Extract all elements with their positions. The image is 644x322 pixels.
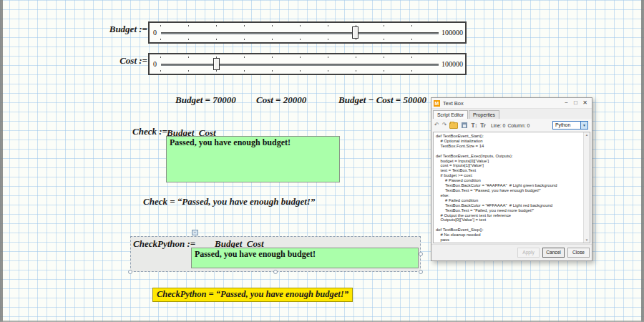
close-button[interactable]: Close xyxy=(567,248,590,258)
check-definition-label[interactable]: Check := xyxy=(132,126,167,137)
right-page-edge xyxy=(641,0,644,322)
selection-handle-bottom-right[interactable] xyxy=(419,270,423,274)
budget-slider-thumb[interactable] xyxy=(352,26,358,39)
close-icon[interactable]: ✕ xyxy=(580,98,590,108)
budget-slider-min: 0 xyxy=(153,29,157,36)
budget-slider-track[interactable] xyxy=(161,32,439,35)
cost-slider-label: Cost := xyxy=(104,55,147,67)
cancel-button[interactable]: Cancel xyxy=(542,248,565,258)
checkpython-definition-label[interactable]: CheckPython := xyxy=(133,238,195,250)
script-code-editor[interactable]: def TextBoxEvent_Start(): # Optional ini… xyxy=(433,132,590,243)
chevron-down-icon: ▼ xyxy=(580,122,587,129)
budget-slider-label: Budget := xyxy=(104,24,147,35)
save-icon[interactable] xyxy=(462,122,467,128)
selection-handle-right[interactable] xyxy=(419,252,423,256)
budget-result-expression[interactable]: Budget = 70000 xyxy=(175,94,236,106)
line-indicator: Line: 0 xyxy=(491,123,505,128)
cost-slider[interactable]: 0 100000 xyxy=(148,53,467,75)
checkpython-textbox[interactable]: Passed, you have enough budget! xyxy=(191,248,419,268)
column-indicator: Column: 0 xyxy=(507,123,530,128)
check-textbox[interactable]: Passed, you have enough budget! xyxy=(166,136,340,182)
dialog-title: Text Box xyxy=(443,100,562,107)
maximize-icon[interactable]: □ xyxy=(571,98,580,108)
textbox-script-dialog[interactable]: M Text Box − □ ✕ Script Editor Propertie… xyxy=(431,97,592,261)
code-scrollbar[interactable]: ▲ ▼ xyxy=(583,132,590,243)
language-dropdown-value: Python xyxy=(555,122,570,127)
script-code-text[interactable]: def TextBoxEvent_Start(): # Optional ini… xyxy=(434,132,590,243)
left-page-edge xyxy=(0,0,3,322)
dialog-tabs: Script Editor Properties xyxy=(431,109,592,119)
tab-properties[interactable]: Properties xyxy=(469,110,499,119)
budget-slider-ticks-top xyxy=(160,25,439,26)
minimize-icon[interactable]: − xyxy=(562,98,571,108)
dialog-titlebar[interactable]: M Text Box − □ ✕ xyxy=(431,98,592,109)
cost-slider-min: 0 xyxy=(153,60,157,68)
cost-slider-ticks-top xyxy=(160,57,439,58)
scroll-up-icon[interactable]: ▲ xyxy=(584,133,590,137)
check-result-expression[interactable]: Check = “Passed, you have enough budget!… xyxy=(143,196,315,208)
dialog-toolbar: ↶ ↷ T↕ Tr Line: 0 Column: 0 Python ▼ xyxy=(431,119,592,132)
cost-slider-thumb[interactable] xyxy=(213,58,220,70)
budget-minus-cost-expression[interactable]: Budget − Cost = 50000 xyxy=(338,94,426,106)
redo-icon[interactable]: ↷ xyxy=(442,122,447,129)
apply-button[interactable]: Apply xyxy=(517,248,540,258)
dialog-button-row: Apply Cancel Close xyxy=(431,244,592,260)
selection-handle-bottom-left[interactable] xyxy=(128,270,132,274)
cost-slider-ticks-bottom xyxy=(160,70,439,72)
font-size-icon[interactable]: T↕ xyxy=(471,122,477,129)
budget-slider-ticks-bottom xyxy=(160,39,439,40)
language-dropdown[interactable]: Python ▼ xyxy=(552,121,588,130)
worksheet-canvas: Budget := 0 100000 Cost := 0 100000 Budg… xyxy=(0,0,644,322)
checkpython-result-expression[interactable]: CheckPython = “Passed, you have enough b… xyxy=(152,288,353,302)
budget-slider[interactable]: 0 100000 xyxy=(148,21,467,44)
font-face-icon[interactable]: Tr xyxy=(480,122,486,129)
budget-slider-max: 100000 xyxy=(441,29,463,36)
undo-icon[interactable]: ↶ xyxy=(434,122,439,129)
cost-slider-track[interactable] xyxy=(161,64,439,67)
open-file-icon[interactable] xyxy=(449,122,458,129)
mathcad-app-icon: M xyxy=(434,100,440,107)
cost-slider-max: 100000 xyxy=(441,60,463,68)
scroll-down-icon[interactable]: ▼ xyxy=(584,238,590,242)
collapse-region-button[interactable]: − xyxy=(192,230,198,235)
cost-result-expression[interactable]: Cost = 20000 xyxy=(256,94,306,106)
selection-handle-bottom[interactable] xyxy=(273,270,278,274)
